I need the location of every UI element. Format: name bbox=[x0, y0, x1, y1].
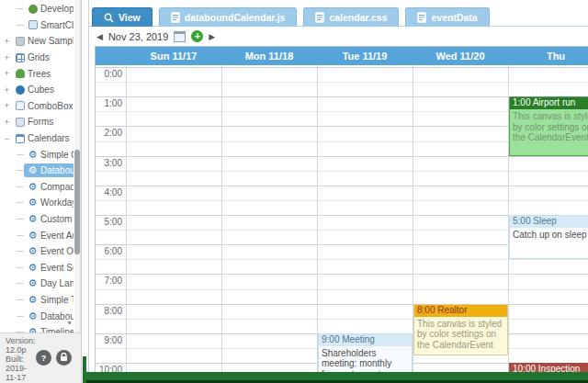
date-navigation: ◀ Nov 23, 2019 + ▶ bbox=[89, 27, 588, 46]
gear-icon: ⚙ bbox=[28, 231, 38, 241]
day-header-sun[interactable]: Sun 11/17 bbox=[126, 47, 221, 65]
day-header-thu[interactable]: Thu bbox=[508, 47, 588, 65]
sidebar: Developer...SmartClie...+New Samples...+… bbox=[0, 0, 81, 383]
sidebar-item-label: Grids bbox=[28, 52, 50, 62]
sidebar-item-label: Cubes bbox=[28, 84, 54, 95]
sidebar-item-new-samples[interactable]: +New Samples... bbox=[0, 33, 74, 50]
main-content: ViewdataboundCalendar.jscalendar.csseven… bbox=[89, 0, 588, 383]
calendar-icon bbox=[15, 133, 25, 143]
samples-icon bbox=[15, 36, 25, 46]
day-column-divider bbox=[221, 65, 222, 383]
lock-icon bbox=[60, 353, 68, 364]
sidebar-item-label: SmartClie... bbox=[40, 20, 74, 30]
sidebar-item-label: Simple Ti... bbox=[40, 295, 74, 305]
sidebar-item-developer[interactable]: Developer... bbox=[0, 1, 74, 17]
hour-gridline bbox=[96, 186, 588, 186]
gear-icon: ⚙ bbox=[28, 182, 38, 192]
sidebar-item-forms[interactable]: +Forms bbox=[0, 114, 74, 130]
next-date-button[interactable]: ▶ bbox=[209, 32, 215, 41]
collapse-icon[interactable]: − bbox=[3, 134, 11, 143]
time-gutter-header bbox=[96, 47, 126, 65]
sidebar-item-event-aut[interactable]: ⚙Event Aut... bbox=[0, 227, 74, 243]
tab-calendar-css[interactable]: calendar.css bbox=[303, 7, 399, 27]
tab-databoundcalendar-js[interactable]: databoundCalendar.js bbox=[159, 7, 298, 27]
current-date-label: Nov 23, 2019 bbox=[108, 31, 168, 42]
window-icon bbox=[28, 20, 38, 30]
lock-button[interactable] bbox=[56, 350, 72, 366]
sidebar-item-combobox[interactable]: +ComboBox & ... bbox=[0, 98, 74, 115]
sidebar-item-custom-e[interactable]: ⚙Custom E... bbox=[0, 211, 74, 228]
expand-icon[interactable]: + bbox=[3, 69, 11, 78]
sidebar-item-trees[interactable]: +Trees bbox=[0, 65, 74, 82]
expand-icon[interactable]: + bbox=[3, 101, 11, 110]
gear-icon: ⚙ bbox=[28, 311, 38, 321]
day-header-mon[interactable]: Mon 11/18 bbox=[221, 47, 317, 65]
half-hour-gridline bbox=[96, 289, 588, 290]
event-meeting[interactable]: 9:00 MeetingShareholders meeting: monthl… bbox=[318, 333, 413, 377]
sidebar-item-databoun[interactable]: ⚙Databoun... bbox=[0, 163, 74, 179]
gear-icon: ⚙ bbox=[28, 197, 38, 208]
tree-connector bbox=[17, 283, 24, 284]
sidebar-item-grids[interactable]: +Grids bbox=[0, 50, 74, 66]
grid-icon bbox=[15, 52, 25, 62]
calendar-day-header: Sun 11/17Mon 11/18Tue 11/19Wed 11/20Thu bbox=[96, 47, 588, 65]
tab-view[interactable]: View bbox=[92, 7, 153, 27]
sidebar-item-smartclie[interactable]: SmartClie... bbox=[0, 17, 74, 34]
scrollbar-thumb[interactable] bbox=[74, 150, 80, 254]
event-sleep[interactable]: 5:00 SleepCatch up on sleep bbox=[509, 215, 588, 259]
sidebar-item-label: Developer... bbox=[40, 4, 74, 14]
calendar-grid[interactable]: 0:001:002:003:004:005:006:007:008:009:00… bbox=[96, 65, 588, 383]
forms-icon bbox=[15, 117, 25, 127]
day-header-tue[interactable]: Tue 11/19 bbox=[317, 47, 413, 65]
sidebar-item-calendars[interactable]: −Calendars bbox=[0, 130, 74, 147]
sidebar-item-timeline[interactable]: ⚙Timeline ... bbox=[0, 324, 74, 332]
sidebar-splitter[interactable] bbox=[81, 0, 89, 383]
sidebar-item-label: Event Sel... bbox=[40, 263, 74, 273]
sidebar-item-event-ove[interactable]: ⚙Event Ove... bbox=[0, 243, 74, 260]
gear-icon: ⚙ bbox=[28, 263, 38, 273]
expand-icon[interactable]: + bbox=[3, 37, 11, 46]
tab-label: calendar.css bbox=[329, 12, 387, 23]
time-label: 8:00 bbox=[96, 304, 122, 318]
expand-icon[interactable]: + bbox=[3, 118, 11, 127]
calendar-panel: Sun 11/17Mon 11/18Tue 11/19Wed 11/20Thu … bbox=[95, 46, 588, 383]
tab-label: eventData bbox=[431, 12, 477, 23]
sidebar-scrollbar[interactable] bbox=[74, 0, 80, 332]
sidebar-item-label: Simple Ca... bbox=[40, 150, 74, 160]
sidebar-item-label: Compact ... bbox=[40, 182, 74, 192]
help-button[interactable]: ? bbox=[36, 350, 51, 366]
gear-icon: ⚙ bbox=[28, 165, 38, 175]
sidebar-item-label: Trees bbox=[28, 69, 51, 79]
half-hour-gridline bbox=[96, 319, 588, 320]
event-realtor[interactable]: 8:00 RealtorThis canvas is styled by col… bbox=[413, 304, 508, 355]
sidebar-item-day-lanes[interactable]: ⚙Day Lanes bbox=[0, 276, 74, 292]
time-label: 1:00 bbox=[96, 96, 122, 110]
sidebar-item-event-sel[interactable]: ⚙Event Sel... bbox=[0, 260, 74, 276]
sidebar-item-label: Event Ove... bbox=[40, 246, 74, 256]
sidebar-item-workday[interactable]: ⚙Workday ... bbox=[0, 195, 74, 211]
event-airport-run[interactable]: 1:00 Airport runThis canvas is styled by… bbox=[509, 96, 588, 155]
tree-connector bbox=[17, 251, 24, 252]
expand-icon[interactable]: + bbox=[3, 53, 11, 62]
half-hour-gridline bbox=[96, 82, 588, 83]
half-hour-gridline bbox=[96, 200, 588, 201]
sidebar-item-compact[interactable]: ⚙Compact ... bbox=[0, 179, 74, 196]
day-header-wed[interactable]: Wed 11/20 bbox=[413, 47, 508, 65]
prev-date-button[interactable]: ◀ bbox=[96, 32, 103, 41]
sample-tree: Developer...SmartClie...+New Samples...+… bbox=[0, 1, 74, 332]
add-event-button[interactable]: + bbox=[191, 30, 203, 42]
bug-icon bbox=[28, 4, 38, 14]
date-picker-icon[interactable] bbox=[174, 31, 186, 42]
combobox-icon bbox=[15, 101, 25, 111]
sidebar-item-databoun[interactable]: ⚙Databoun... bbox=[0, 308, 74, 324]
sidebar-item-cubes[interactable]: +Cubes bbox=[0, 82, 74, 98]
scroll-down-icon[interactable]: ▼ bbox=[66, 320, 73, 326]
sidebar-footer: Version: 12.0p Built: 2019- 11-17 ? bbox=[0, 332, 81, 383]
sidebar-item-simple-ti[interactable]: ⚙Simple Ti... bbox=[0, 292, 74, 309]
expand-icon[interactable]: + bbox=[3, 85, 11, 95]
time-label: 0:00 bbox=[96, 67, 122, 81]
cube-icon bbox=[15, 84, 25, 95]
sidebar-item-simple-ca[interactable]: ⚙Simple Ca... bbox=[0, 146, 74, 163]
time-label: 3:00 bbox=[96, 156, 122, 170]
tab-eventdata[interactable]: eventData bbox=[405, 7, 489, 27]
